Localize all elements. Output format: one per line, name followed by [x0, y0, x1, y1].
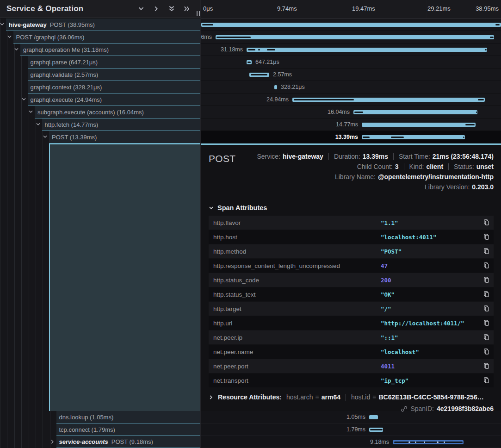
span-bar-row[interactable]: 14.77ms [201, 118, 501, 131]
chevron-down-icon[interactable] [21, 97, 27, 102]
span-tree-row[interactable]: graphql.execute (24.94ms) [28, 93, 201, 106]
span-tree-row[interactable]: POST /graphql (36.06ms) [13, 31, 201, 44]
span-attributes-header[interactable]: Span Attributes [209, 204, 494, 212]
span-tree-row[interactable]: tcp.connect (1.79ms) [56, 423, 201, 436]
chevron-right-icon[interactable] [50, 439, 56, 445]
copy-icon[interactable] [482, 319, 490, 327]
copy-icon[interactable] [482, 305, 490, 312]
span-bar-row[interactable]: 647.21μs [201, 56, 501, 68]
duration-bar[interactable] [274, 85, 277, 89]
meta-value: unset [476, 162, 494, 172]
timeline-tick: 29.21ms [427, 5, 451, 12]
span-bar-row[interactable]: 31.18ms [201, 44, 501, 56]
duration-bar[interactable] [247, 48, 487, 52]
copy-icon[interactable] [482, 362, 490, 370]
copy-icon[interactable] [482, 377, 490, 384]
span-bar-row[interactable]: 1.79ms [201, 423, 501, 436]
copy-icon[interactable] [482, 219, 490, 226]
span-attributes-title: Span Attributes [217, 204, 267, 212]
copy-icon[interactable] [482, 334, 490, 341]
chevron-down-icon[interactable] [7, 34, 12, 40]
link-icon[interactable] [401, 405, 408, 412]
span-bar-row[interactable]: 13.39ms [201, 131, 501, 143]
meta-value: 3 [395, 162, 399, 172]
span-bar-row[interactable]: 9.18ms [201, 436, 501, 448]
meta-label: Status: [454, 162, 474, 172]
span-tree-row[interactable]: graphql.validate (2.57ms) [28, 68, 201, 81]
span-tree-row[interactable]: graphql.context (328.21μs) [28, 81, 201, 93]
span-bar-row[interactable]: 328.21μs [201, 81, 501, 93]
resource-value: BC62E13B-C4CC-5854-9788-256… [378, 393, 483, 401]
attribute-key: http.status_text [213, 291, 381, 298]
meta-value: 13.39ms [363, 151, 388, 162]
tree-toolbar [138, 6, 190, 12]
duration-label: 1.05ms [346, 414, 365, 420]
span-label: graphql.validate (2.57ms) [31, 71, 99, 78]
span-tree-row[interactable]: graphql.operation Me (31.18ms) [20, 44, 200, 56]
chevron-right-icon[interactable] [153, 6, 160, 12]
attribute-key: http.response_content_length_uncompresse… [213, 262, 381, 269]
bar-mark [294, 99, 354, 100]
chevron-down-icon[interactable] [28, 109, 34, 115]
resource-attributes-title: Resource Attributes: [218, 393, 282, 401]
copy-icon[interactable] [482, 262, 490, 269]
chevron-down-icon[interactable] [14, 47, 19, 52]
span-tree-row[interactable]: POST (13.39ms) [49, 131, 200, 143]
service-operation-panel: Service & Operation hive-gatewayPOST (38… [0, 0, 200, 448]
span-tree-row[interactable]: service-accountsPOST (9.18ms) [56, 436, 201, 448]
copy-icon[interactable] [482, 248, 490, 255]
meta-value: 21ms (23:56:48.174) [433, 151, 494, 162]
collapse-all-icon[interactable] [168, 6, 175, 12]
duration-bar[interactable] [216, 35, 494, 39]
expand-all-icon[interactable] [184, 6, 190, 12]
timeline-header: 0μs9.74ms19.47ms29.21ms38.95ms [201, 0, 501, 19]
duration-label: 647.21μs [255, 59, 279, 65]
resource-attributes-row[interactable]: Resource Attributes: host.arch=arm64host… [209, 393, 494, 401]
attribute-row: net.peer.name"localhost" [209, 345, 494, 359]
span-bar-row[interactable]: 16.04ms [201, 106, 501, 118]
span-tree-row[interactable]: subgraph.execute (accounts) (16.04ms) [35, 106, 200, 118]
copy-icon[interactable] [482, 348, 490, 355]
span-bar-row[interactable]: 2.57ms [201, 68, 501, 81]
meta-separator [393, 153, 394, 160]
chevron-down-icon[interactable] [43, 134, 48, 140]
span-bar-row[interactable] [201, 19, 501, 31]
copy-icon[interactable] [482, 276, 490, 284]
span-tree-row[interactable]: hive-gatewayPOST (38.95ms) [6, 19, 200, 31]
meta-label: Service: [257, 151, 280, 162]
meta-label: Library Version: [425, 182, 470, 192]
bar-mark [478, 99, 484, 100]
selected-span-expansion-area [49, 143, 200, 411]
meta-label: Start Time: [399, 151, 430, 162]
panel-divider[interactable] [200, 0, 201, 448]
bar-mark [476, 112, 477, 113]
detail-meta-line: Library Name:@opentelemetry/instrumentat… [335, 172, 494, 182]
span-tree-row[interactable]: graphql.parse (647.21μs) [28, 56, 201, 68]
bar-mark [202, 24, 213, 25]
chevron-down-icon[interactable] [0, 22, 5, 27]
detail-header: POST Service:hive-gatewayDuration:13.39m… [209, 149, 494, 192]
chevron-down-icon[interactable] [138, 6, 144, 12]
duration-bar[interactable] [201, 23, 501, 27]
divider-drag-handle[interactable] [195, 11, 201, 17]
attribute-value: 200 [381, 277, 482, 284]
span-tree-row[interactable]: dns.lookup (1.05ms) [56, 411, 201, 423]
copy-icon[interactable] [482, 233, 490, 241]
span-bar-row[interactable]: 1.05ms [201, 411, 501, 423]
duration-bar[interactable] [362, 135, 465, 139]
chevron-down-icon[interactable] [36, 122, 41, 127]
duration-bar[interactable] [369, 415, 378, 419]
span-bar-row[interactable]: 36.06ms [201, 31, 501, 44]
span-label: POST (13.39ms) [52, 134, 97, 141]
bar-mark [465, 124, 475, 125]
meta-separator [328, 153, 329, 160]
span-tree-row[interactable]: http.fetch (14.77ms) [42, 118, 201, 131]
attribute-value: "localhost:4011" [381, 234, 482, 241]
duration-bar[interactable] [362, 123, 476, 127]
copy-icon[interactable] [482, 291, 490, 298]
span-label: graphql.operation Me (31.18ms) [23, 46, 109, 53]
span-bar-row[interactable]: 24.94ms [201, 93, 501, 106]
duration-bar[interactable] [353, 110, 477, 114]
bar-mark [485, 49, 487, 50]
service-name: service-accounts [59, 438, 108, 445]
